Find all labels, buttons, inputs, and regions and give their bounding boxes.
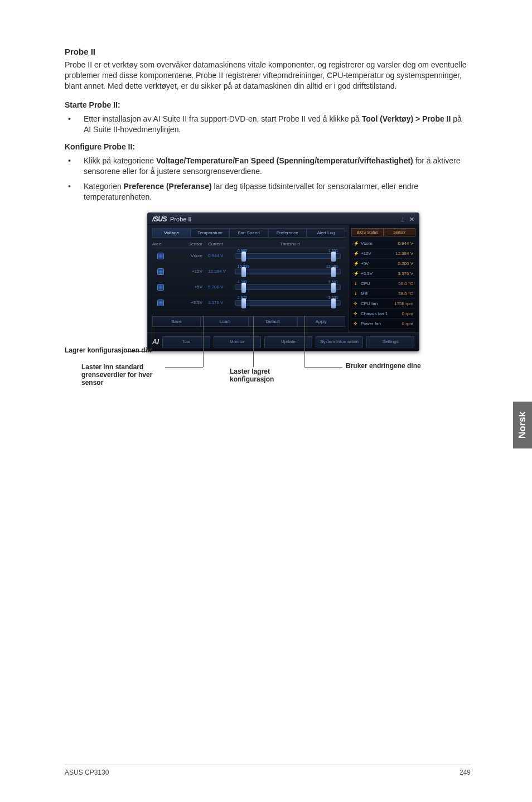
section-title: Probe II (65, 47, 471, 56)
text-bold: dringene dine (377, 362, 421, 370)
bottom-monitor[interactable]: Monitor (214, 336, 262, 347)
footer-page: 249 (460, 769, 471, 776)
callout-line (253, 316, 254, 367)
status-row: ⚡+3.3V3.376 V (351, 269, 415, 279)
save-button[interactable]: Save (152, 316, 201, 327)
status-tab-sensor[interactable]: Sensor (384, 228, 416, 236)
default-button[interactable]: Default (249, 316, 297, 327)
threshold-slider[interactable]: 0.8001.331 (235, 253, 341, 259)
callout-line (165, 367, 203, 368)
brand-logo: /SUS (152, 215, 167, 223)
sensor-name: Vcore (169, 253, 208, 258)
callout-line (203, 316, 204, 367)
status-row: ✤CPU fan1758 rpm (351, 299, 415, 309)
text: Klikk på kategoriene (84, 156, 156, 165)
status-icon: ⚡ (354, 241, 359, 246)
status-value: 5.200 V (398, 261, 413, 266)
status-name: +12V (359, 251, 395, 256)
tab-temperature[interactable]: Temperature (191, 228, 229, 238)
tab-preference[interactable]: Preference (268, 228, 307, 238)
slider-handle-high[interactable] (331, 283, 336, 293)
sensor-current: 3.376 V (208, 300, 235, 305)
probe-window: /SUS Probe II ⟂ ✕ Voltage Temperature Fa… (147, 212, 419, 351)
status-row: ✤Power fan0 rpm (351, 319, 415, 329)
status-row: 🌡CPU56.0 °C (351, 279, 415, 289)
window-title: Probe II (170, 216, 192, 223)
col-current: Current (208, 241, 235, 247)
threshold-high: 3.631 (328, 296, 338, 299)
status-row: ⚡+12V12.384 V (351, 249, 415, 259)
tab-voltage[interactable]: Voltage (152, 228, 191, 238)
tab-fan-speed[interactable]: Fan Speed (229, 228, 268, 238)
status-value: 1758 rpm (394, 301, 413, 306)
status-row: ⚡+5V5.200 V (351, 259, 415, 269)
page-footer: ASUS CP3130 249 (65, 765, 471, 776)
status-value: 3.376 V (398, 271, 413, 276)
text: Kategorien (84, 182, 124, 191)
sensor-name: +3.3V (169, 300, 208, 305)
slider-handle-low[interactable] (241, 267, 246, 277)
tab-alert-log[interactable]: Alert Log (307, 228, 345, 238)
slider-handle-low[interactable] (241, 283, 246, 293)
config-bullet1: Klikk på kategoriene Voltage/Temperature… (84, 156, 471, 177)
callout-default: Laster lagret konfigurasjon (230, 368, 297, 384)
config-bullet2: Kategorien Preference (Preferanse) lar d… (84, 181, 471, 202)
status-icon: ✤ (354, 321, 359, 326)
callout-apply: Bruker endringene dine (346, 363, 441, 370)
load-button[interactable]: Load (201, 316, 249, 327)
threshold-high: 1.331 (328, 249, 338, 253)
status-value: 56.0 °C (398, 281, 413, 286)
slider-handle-high[interactable] (331, 298, 336, 308)
threshold-high: 5.581 (328, 280, 338, 284)
status-row: ⚡Vcore0.944 V (351, 239, 415, 249)
bottom-settings[interactable]: Settings (366, 336, 414, 347)
alert-checkbox[interactable] (157, 284, 164, 291)
text: Etter installasjon av AI Suite II fra su… (84, 114, 362, 123)
sensor-current: 0.944 V (208, 253, 235, 258)
sensor-current: 5.200 V (208, 284, 235, 289)
bullet-dot: • (65, 114, 84, 135)
status-name: Power fan (359, 321, 402, 326)
col-alert: Alert (152, 241, 169, 247)
status-name: +3.3V (359, 271, 398, 276)
bullet-dot: • (65, 156, 84, 177)
ai-logo: AI (152, 338, 159, 346)
threshold-high: 13.981 (326, 264, 338, 268)
status-icon: 🌡 (354, 291, 359, 296)
col-sensor: Sensor (169, 241, 208, 247)
status-row: 🌡MB38.0 °C (351, 289, 415, 299)
alert-checkbox[interactable] (157, 253, 164, 259)
status-tab-bios[interactable]: BIOS Status (351, 228, 384, 236)
bottom-sysinfo[interactable]: System Information (316, 336, 364, 347)
threshold-slider[interactable]: 4.3005.581 (235, 284, 341, 290)
status-icon: ⚡ (354, 271, 359, 276)
status-name: CPU (359, 281, 398, 286)
threshold-slider[interactable]: 2.8703.631 (235, 300, 341, 306)
slider-handle-low[interactable] (241, 252, 246, 262)
slider-handle-high[interactable] (331, 252, 336, 262)
callout-load: Laster inn standard grenseverdier for hv… (81, 364, 171, 386)
slider-handle-low[interactable] (241, 298, 246, 308)
start-bullet-text: Etter installasjon av AI Suite II fra su… (84, 114, 471, 135)
sensor-name: +12V (169, 269, 208, 274)
sensor-row: Vcore0.944 V0.8001.331 (152, 248, 345, 264)
status-icon: 🌡 (354, 281, 359, 286)
close-icon[interactable]: ✕ (409, 216, 414, 223)
text: Bruker en (346, 362, 377, 370)
slider-handle-high[interactable] (331, 267, 336, 277)
status-icon: ✤ (354, 301, 359, 306)
alert-checkbox[interactable] (157, 268, 164, 275)
sensor-row: +12V12.384 V10.03813.981 (152, 264, 345, 279)
alert-checkbox[interactable] (157, 299, 164, 306)
pin-icon[interactable]: ⟂ (401, 216, 405, 223)
status-row: ✤Chassis fan 10 rpm (351, 309, 415, 319)
threshold-slider[interactable]: 10.03813.981 (235, 269, 341, 274)
start-heading: Starte Probe II: (65, 100, 471, 109)
text-bold: Tool (Verktøy) > Probe II (362, 114, 451, 123)
status-value: 12.384 V (395, 251, 413, 256)
callout-area: Lagrer konfigurasjonen din Laster inn st… (65, 355, 489, 410)
footer-left: ASUS CP3130 (65, 769, 109, 776)
status-value: 0 rpm (402, 311, 413, 316)
status-name: MB (359, 291, 398, 296)
text-bold: Preference (Preferanse) (124, 182, 212, 191)
